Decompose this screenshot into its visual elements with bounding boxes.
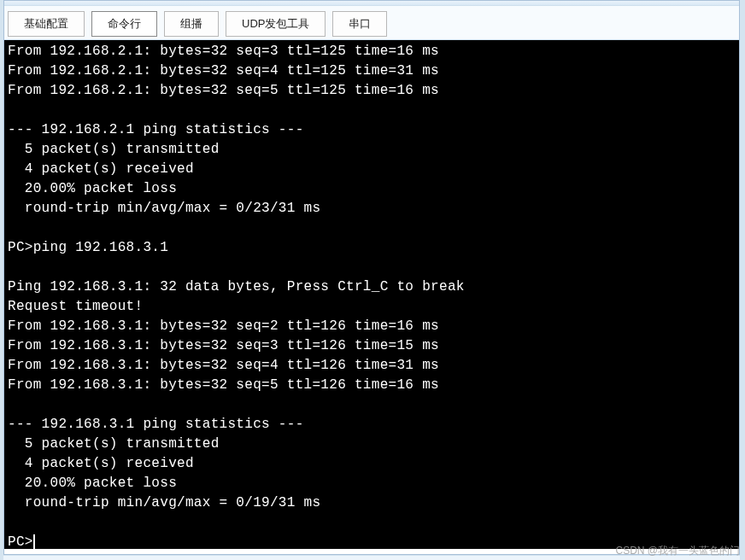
statusbar-strip xyxy=(3,555,740,560)
terminal-output[interactable]: From 192.168.2.1: bytes=32 seq=3 ttl=125… xyxy=(4,40,739,549)
tab-basic-config[interactable]: 基础配置 xyxy=(8,11,85,37)
terminal-cursor xyxy=(33,534,35,549)
tab-command-line[interactable]: 命令行 xyxy=(91,11,157,37)
terminal-prompt: PC> xyxy=(8,534,33,549)
tab-bar: 基础配置 命令行 组播 UDP发包工具 串口 xyxy=(4,6,739,40)
tab-serial[interactable]: 串口 xyxy=(332,11,387,37)
tab-udp-tool[interactable]: UDP发包工具 xyxy=(226,11,326,37)
terminal-lines: From 192.168.2.1: bytes=32 seq=3 ttl=125… xyxy=(8,44,465,510)
app-window: 基础配置 命令行 组播 UDP发包工具 串口 From 192.168.2.1:… xyxy=(3,0,740,555)
tab-multicast[interactable]: 组播 xyxy=(164,11,219,37)
